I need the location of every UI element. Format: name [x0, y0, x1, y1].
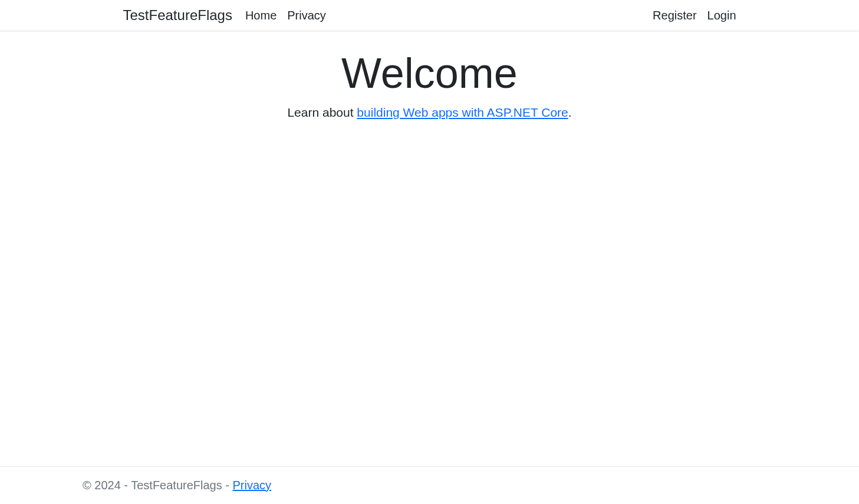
- welcome-subtext-prefix: Learn about: [287, 106, 357, 119]
- aspnet-docs-link[interactable]: building Web apps with ASP.NET Core: [357, 106, 568, 119]
- navbar-container: TestFeatureFlags Home Privacy Register L…: [41, 0, 819, 31]
- nav-link-privacy[interactable]: Privacy: [287, 9, 326, 22]
- brand-link[interactable]: TestFeatureFlags: [123, 7, 232, 24]
- navbar-primary-links: Home Privacy: [245, 9, 326, 22]
- navbar-left: TestFeatureFlags Home Privacy: [123, 7, 326, 24]
- navbar: TestFeatureFlags Home Privacy Register L…: [0, 0, 859, 31]
- nav-link-login[interactable]: Login: [707, 9, 736, 22]
- footer-copyright: © 2024 - TestFeatureFlags -: [83, 479, 232, 492]
- welcome-heading: Welcome: [0, 49, 859, 97]
- nav-link-home[interactable]: Home: [245, 9, 277, 22]
- main-content: Welcome Learn about building Web apps wi…: [0, 31, 859, 466]
- nav-link-register[interactable]: Register: [653, 9, 696, 22]
- navbar-auth-links: Register Login: [653, 9, 736, 22]
- footer-privacy-link[interactable]: Privacy: [232, 479, 271, 492]
- welcome-subtext-suffix: .: [568, 106, 572, 119]
- footer: © 2024 - TestFeatureFlags - Privacy: [0, 466, 859, 504]
- welcome-subtext: Learn about building Web apps with ASP.N…: [0, 106, 859, 120]
